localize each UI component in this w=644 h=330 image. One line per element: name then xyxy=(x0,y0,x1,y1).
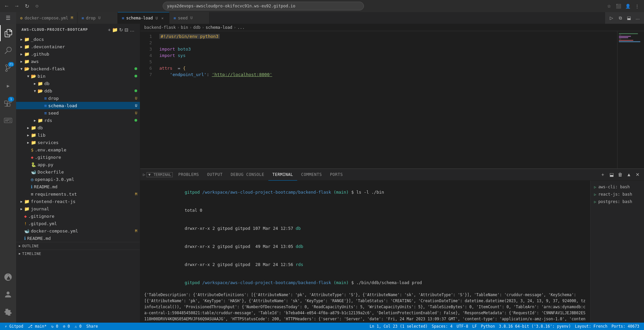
tree-item-requirements[interactable]: ▶ ≡ requirements.txt M xyxy=(16,190,140,198)
more-actions-button[interactable]: … xyxy=(634,14,641,22)
breadcrumb-more[interactable]: ... xyxy=(237,25,245,30)
source-control-activity-btn[interactable] xyxy=(0,60,16,76)
remote-activity-btn[interactable] xyxy=(0,269,16,285)
panel-expand-icon[interactable]: ▷ xyxy=(143,172,145,177)
extensions-button[interactable]: ⬛ xyxy=(614,2,623,10)
tree-item-seed[interactable]: ▶ ≡ seed U xyxy=(16,109,140,117)
status-ports[interactable]: Ports: 40673 xyxy=(609,323,641,330)
panel-tab-terminal[interactable]: TERMINAL xyxy=(268,169,297,181)
tree-item-aws[interactable]: ▶ 📁 aws xyxy=(16,58,140,65)
panel-tab-problems[interactable]: PROBLEMS xyxy=(174,169,203,181)
tab-docker-compose[interactable]: ⚙ docker-compose.yml M xyxy=(16,12,77,24)
tab-seed[interactable]: ≡ seed U xyxy=(169,12,210,24)
tree-item-gitignore2[interactable]: ▶ ◆ .gitignore xyxy=(16,212,140,220)
nav-forward-button[interactable]: → xyxy=(13,2,21,10)
split-editor-button[interactable]: ⧉ xyxy=(616,14,624,22)
status-branch[interactable]: ⎇ main* xyxy=(26,323,49,330)
new-file-btn[interactable]: + xyxy=(108,27,111,32)
tab-schema-load[interactable]: ≡ schema-load U ✕ xyxy=(118,12,169,24)
hamburger-menu[interactable]: ☰ xyxy=(0,15,16,21)
refresh-btn[interactable]: ↻ xyxy=(119,27,123,32)
tree-item-services[interactable]: ▶ 📁 services xyxy=(16,139,140,146)
run-debug-activity-btn[interactable] xyxy=(0,77,16,93)
tree-item-journal[interactable]: ▶ 📁 journal xyxy=(16,205,140,212)
tree-item-app-py[interactable]: ▶ 🐍 app.py xyxy=(16,161,140,168)
maximize-panel-btn[interactable]: ▲ xyxy=(625,171,633,178)
bookmark-button[interactable]: ☆ xyxy=(605,2,613,10)
tree-item-backend-flask[interactable]: ▼ 📂 backend-flask xyxy=(16,65,140,72)
api-activity-btn[interactable]: API xyxy=(0,112,16,128)
breadcrumb-bin[interactable]: bin xyxy=(181,25,188,30)
tree-item-db2[interactable]: ▶ 📁 db xyxy=(16,124,140,131)
breadcrumb-schema-load[interactable]: schema-load xyxy=(206,25,232,30)
run-button[interactable]: ▷ xyxy=(608,14,615,22)
timeline-header[interactable]: ▶ TIMELINE xyxy=(16,250,140,257)
tree-item-docs[interactable]: ▶ 📁 _docs xyxy=(16,36,140,43)
tree-item-dockerfile[interactable]: ▶ 🐋 Dockerfile xyxy=(16,168,140,176)
panel-tab-comments[interactable]: COMMENTS xyxy=(297,169,326,181)
terminal-session-aws-cli[interactable]: ▷ aws-cli: bash xyxy=(591,183,644,191)
url-bar[interactable]: yaya2devops-awscloudpro-okifocvc91n.ws-e… xyxy=(163,2,364,10)
new-terminal-btn[interactable]: + xyxy=(599,171,606,178)
tree-item-db[interactable]: ▶ 📁 db xyxy=(16,80,140,87)
new-folder-btn[interactable]: 📁 xyxy=(112,27,118,32)
code-content[interactable]: #!/usr/bin/env python3 import boto3 impo… xyxy=(155,31,617,169)
panel-tab-ports[interactable]: PORTS xyxy=(326,169,347,181)
terminal-session-postgres[interactable]: ▷ postgres: bash xyxy=(591,198,644,205)
nav-reload-button[interactable]: ↻ xyxy=(23,2,31,10)
terminal-session-react-js[interactable]: ▷ react-js: bash xyxy=(591,191,644,198)
search-activity-btn[interactable] xyxy=(0,43,16,59)
panel-tab-output[interactable]: OUTPUT xyxy=(203,169,226,181)
nav-back-button[interactable]: ← xyxy=(3,2,11,10)
tree-item-readme2[interactable]: ▶ ℹ README.md xyxy=(16,235,140,242)
collapse-all-btn[interactable]: ⊟ xyxy=(124,27,128,32)
terminal-area[interactable]: gitpod /workspace/aws-cloud-project-boot… xyxy=(140,181,590,323)
nav-home-button[interactable]: ○ xyxy=(33,2,41,10)
tree-item-gitpod-yml[interactable]: ▶ ! .gitpod.yml xyxy=(16,220,140,227)
close-panel-btn[interactable]: ✕ xyxy=(634,171,641,178)
tree-item-devcontainer[interactable]: ▶ 📁 .devcontainer xyxy=(16,43,140,50)
breadcrumb-backend-flask[interactable]: backend-flask xyxy=(144,25,176,30)
tree-item-drop[interactable]: ▶ ≡ drop U xyxy=(16,94,140,102)
tree-item-gitignore[interactable]: ▶ ◆ .gitignore xyxy=(16,153,140,161)
tree-item-readme[interactable]: ▶ ℹ README.md xyxy=(16,183,140,190)
status-line-ending[interactable]: LF xyxy=(470,323,479,330)
panel-section-label[interactable]: ▼ TERMINAL xyxy=(147,172,173,177)
status-line-col[interactable]: Ln 1, Col 23 (1 selected) xyxy=(368,323,430,330)
accounts-activity-btn[interactable] xyxy=(0,286,16,303)
status-gitpod[interactable]: ⚡ Gitpod xyxy=(3,323,25,330)
toggle-panel-button[interactable]: ⬓ xyxy=(625,14,633,22)
status-errors[interactable]: ⊘ 0 xyxy=(61,323,72,330)
tree-item-rds[interactable]: ▶ 📁 rds xyxy=(16,117,140,124)
tab-drop[interactable]: ≡ drop U xyxy=(77,12,118,24)
tree-item-bin[interactable]: ▼ 📂 bin xyxy=(16,72,140,80)
tree-item-docker-compose[interactable]: ▶ 🐋 docker-compose.yml M xyxy=(16,227,140,235)
tree-item-github[interactable]: ▶ 📁 .github xyxy=(16,50,140,58)
tree-item-openapi[interactable]: ▶ ◎ openapi-3.0.yml xyxy=(16,176,140,183)
status-sync[interactable]: ↻ 0 xyxy=(49,323,60,330)
status-layout[interactable]: Layout: French xyxy=(573,323,609,330)
status-spaces[interactable]: Spaces: 4 xyxy=(430,323,454,330)
split-terminal-btn[interactable]: ⬓ xyxy=(608,171,615,178)
tree-item-frontend[interactable]: ▶ 📁 frontend-react-js xyxy=(16,198,140,205)
tree-item-env-example[interactable]: ▶ $ .env.example xyxy=(16,146,140,153)
status-share[interactable]: Share xyxy=(84,323,100,330)
explorer-activity-btn[interactable] xyxy=(0,25,16,41)
breadcrumb-ddb[interactable]: ddb xyxy=(193,25,201,30)
outline-header[interactable]: ▶ OUTLINE xyxy=(16,242,140,250)
tree-item-ddb[interactable]: ▼ 📂 ddb xyxy=(16,87,140,94)
extensions-activity-btn[interactable] xyxy=(0,95,16,111)
status-python-version[interactable]: 3.8.16 64-bit ('3.8.16': pyenv) xyxy=(497,323,573,330)
tree-item-lib[interactable]: ▶ 📁 lib xyxy=(16,131,140,139)
status-warnings[interactable]: ⚠ 0 xyxy=(73,323,84,330)
menu-button[interactable]: ⋮ xyxy=(633,2,641,10)
settings-activity-btn[interactable] xyxy=(0,304,16,320)
panel-tab-debug[interactable]: DEBUG CONSOLE xyxy=(227,169,268,181)
kill-terminal-btn[interactable]: 🗑 xyxy=(616,171,624,178)
tab-close-schema-load[interactable]: ✕ xyxy=(160,15,165,21)
profile-button[interactable]: 👤 xyxy=(624,2,632,10)
status-language[interactable]: Python xyxy=(479,323,497,330)
status-encoding[interactable]: UTF-8 xyxy=(454,323,470,330)
tree-item-schema-load[interactable]: ▶ ≡ schema-load U xyxy=(16,102,140,109)
more-btn[interactable]: … xyxy=(130,27,135,32)
